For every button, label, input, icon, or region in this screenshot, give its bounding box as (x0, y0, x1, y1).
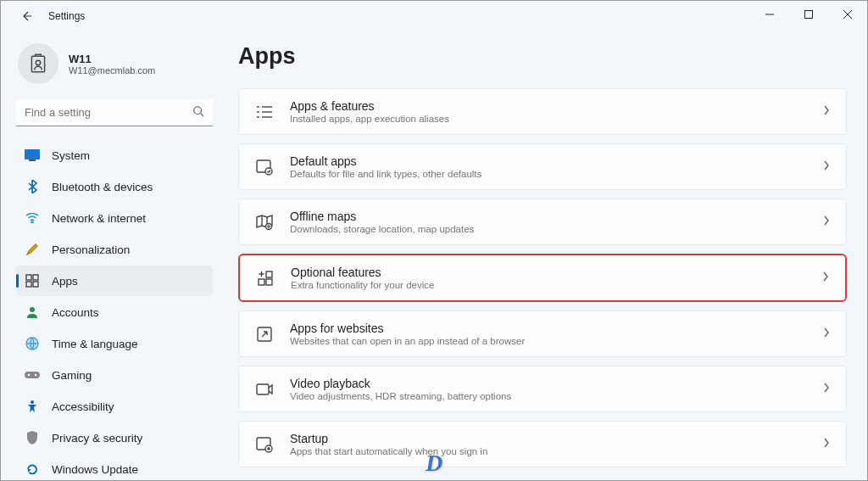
sidebar-item-accounts[interactable]: Accounts (16, 297, 213, 327)
sidebar-item-label: System (52, 149, 90, 162)
sidebar-item-label: Accounts (52, 306, 99, 319)
chevron-right-icon (822, 104, 831, 120)
sidebar-item-label: Gaming (52, 369, 92, 382)
svg-rect-12 (33, 275, 38, 280)
svg-rect-31 (259, 279, 264, 285)
svg-rect-9 (29, 159, 36, 161)
bluetooth-icon (25, 179, 40, 194)
card-list: Apps & features Installed apps, app exec… (238, 88, 847, 467)
svg-point-18 (28, 374, 30, 376)
svg-point-10 (31, 221, 33, 223)
window-controls (750, 1, 867, 28)
chevron-right-icon (821, 271, 830, 286)
user-email: W11@mecmlab.com (69, 65, 155, 76)
svg-rect-17 (25, 372, 40, 378)
svg-rect-32 (266, 279, 272, 285)
sidebar-item-label: Windows Update (52, 463, 138, 476)
sidebar: W11 W11@mecmlab.com System Bluetooth & d… (1, 31, 223, 480)
close-icon (843, 10, 852, 19)
sidebar-item-apps[interactable]: Apps (16, 266, 213, 296)
video-playback-icon (254, 379, 275, 400)
sidebar-item-label: Privacy & security (52, 432, 142, 445)
page-title: Apps (238, 43, 847, 70)
shield-icon (25, 430, 40, 445)
sidebar-item-privacy[interactable]: Privacy & security (16, 422, 213, 453)
svg-point-39 (268, 448, 270, 450)
sidebar-item-time-language[interactable]: Time & language (16, 328, 213, 359)
svg-rect-1 (805, 11, 813, 19)
card-sub: Extra functionality for your device (291, 280, 434, 290)
sidebar-item-accessibility[interactable]: Accessibility (16, 391, 213, 422)
accounts-icon (25, 305, 40, 320)
sidebar-item-bluetooth[interactable]: Bluetooth & devices (16, 171, 213, 202)
apps-features-icon (254, 102, 275, 122)
close-button[interactable] (828, 1, 867, 28)
maximize-icon (804, 10, 813, 19)
search-icon (192, 105, 204, 120)
card-sub: Downloads, storage location, map updates (290, 224, 474, 234)
card-default-apps[interactable]: Default apps Defaults for file and link … (238, 143, 847, 190)
chevron-right-icon (822, 437, 831, 452)
minimize-button[interactable] (750, 1, 789, 28)
maximize-button[interactable] (789, 1, 828, 28)
globe-icon (25, 336, 40, 351)
svg-line-7 (201, 114, 204, 117)
card-title: Startup (290, 432, 487, 445)
svg-rect-8 (25, 149, 40, 159)
chevron-right-icon (822, 159, 831, 175)
svg-point-6 (194, 107, 202, 115)
card-sub: Defaults for file and link types, other … (290, 169, 481, 179)
search-box (16, 99, 213, 126)
svg-point-19 (35, 374, 36, 376)
card-title: Apps for websites (290, 322, 525, 335)
card-sub: Websites that can open in an app instead… (290, 336, 525, 346)
default-apps-icon (254, 157, 275, 177)
paintbrush-icon (25, 242, 40, 257)
sidebar-item-system[interactable]: System (16, 140, 213, 171)
chevron-right-icon (822, 215, 831, 230)
card-sub: Apps that start automatically when you s… (290, 446, 487, 456)
update-icon (25, 461, 40, 477)
svg-rect-11 (26, 275, 31, 280)
sidebar-item-label: Time & language (52, 338, 138, 350)
avatar (18, 43, 58, 84)
avatar-icon (27, 53, 49, 75)
card-apps-features[interactable]: Apps & features Installed apps, app exec… (238, 88, 847, 135)
svg-rect-13 (26, 282, 31, 287)
sidebar-item-label: Accessibility (52, 400, 114, 413)
svg-point-5 (36, 60, 40, 64)
card-title: Offline maps (290, 210, 474, 223)
back-button[interactable] (16, 6, 36, 26)
sidebar-item-label: Network & internet (52, 212, 146, 225)
user-name: W11 (69, 53, 155, 65)
user-block[interactable]: W11 W11@mecmlab.com (16, 40, 213, 99)
startup-icon (254, 434, 275, 455)
window-title: Settings (48, 10, 85, 22)
sidebar-item-personalization[interactable]: Personalization (16, 234, 213, 265)
card-startup[interactable]: Startup Apps that start automatically wh… (238, 421, 847, 467)
sidebar-item-network[interactable]: Network & internet (16, 203, 213, 233)
chevron-right-icon (822, 382, 831, 397)
offline-maps-icon (254, 212, 275, 232)
sidebar-item-label: Personalization (52, 243, 130, 256)
svg-rect-14 (33, 282, 38, 287)
sidebar-item-windows-update[interactable]: Windows Update (16, 454, 213, 481)
back-arrow-icon (19, 9, 33, 23)
apps-icon (25, 273, 40, 288)
card-optional-features[interactable]: Optional features Extra functionality fo… (238, 254, 847, 302)
svg-rect-30 (266, 271, 272, 277)
card-offline-maps[interactable]: Offline maps Downloads, storage location… (238, 199, 847, 245)
accessibility-icon (25, 399, 40, 414)
card-title: Default apps (290, 154, 481, 168)
card-apps-for-websites[interactable]: Apps for websites Websites that can open… (238, 310, 847, 357)
sidebar-item-gaming[interactable]: Gaming (16, 360, 213, 390)
titlebar: Settings (1, 1, 867, 31)
search-input[interactable] (16, 99, 213, 126)
watermark: D (426, 450, 442, 477)
nav: System Bluetooth & devices Network & int… (16, 140, 213, 481)
minimize-icon (765, 10, 774, 19)
system-icon (25, 148, 40, 163)
card-sub: Installed apps, app execution aliases (290, 114, 449, 124)
card-video-playback[interactable]: Video playback Video adjustments, HDR st… (238, 366, 847, 412)
sidebar-item-label: Apps (52, 275, 78, 288)
